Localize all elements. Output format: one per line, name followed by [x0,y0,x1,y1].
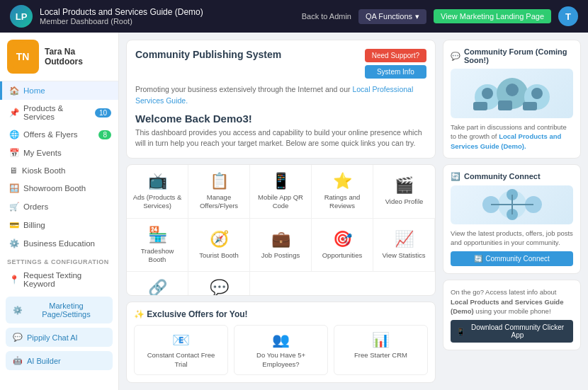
manage-offers-icon: 📋 [210,172,229,190]
ratings-icon: ⭐ [333,172,352,190]
employees-icon: 👥 [272,331,290,348]
app-title: Local Products and Services Guide (Demo) [40,7,203,17]
qa-functions-button[interactable]: QA Functions ▾ [358,9,426,24]
sidebar-label-events: My Events [23,149,62,157]
sidebar-item-showroom[interactable]: 🪟 Showroom Booth [0,179,118,197]
exclusive-item-employees[interactable]: 👥 Do You Have 5+ Employees? [234,325,328,375]
sidebar-logo: TN [7,40,39,74]
stats-icon: 📈 [395,230,414,248]
contact-label: Constant Contact Free Trial [140,351,222,369]
billing-icon: 💳 [9,220,19,230]
publishing-card: Community Publishing System Need Support… [126,40,436,159]
app-logo: LP [10,5,33,28]
sidebar-label-texting: Request Texting Keyword [23,271,111,288]
forum-title: 💬 Community Forum (Coming Soon!) [451,47,573,64]
layout: TN Tara Na Outdoors 🏠 Home 📌 Products & … [0,33,588,390]
publishing-title: Community Publishing System [135,49,281,60]
forum-icon: 💬 [451,52,460,61]
ai-builder-button[interactable]: 🤖 AI Builder [6,351,113,370]
sidebar-item-products[interactable]: 📌 Products & Services 10 [0,100,118,125]
connect-desc: View the latest products, offers, job po… [451,229,573,248]
sidebar-item-kiosk[interactable]: 🖥 Kiosk Booth [0,162,118,179]
welcome-title: Welcome Back Demo3! [135,113,426,125]
sidebar-label-orders: Orders [23,202,48,211]
sidebar-label-products: Products & Services [23,104,95,121]
svg-point-7 [531,88,543,99]
welcome-desc: This dashboard provides you access and c… [135,127,426,150]
products-icon: 📌 [9,108,19,117]
community-connect-button[interactable]: 🔄 Community Connect [451,251,573,266]
sidebar-item-orders[interactable]: 🛒 Orders [0,197,118,216]
sidebar-item-offers[interactable]: 🌐 Offers & Flyers 8 [0,125,118,144]
marketing-settings-button[interactable]: ⚙️ Marketing Page/Settings [6,297,113,323]
svg-rect-10 [523,102,537,110]
quick-link-video[interactable]: 🎬 Video Profile [373,165,435,219]
ai-builder-label: AI Builder [27,357,61,365]
sidebar-label-education: Business Education [23,239,95,248]
main-content: Community Publishing System Need Support… [119,33,588,390]
offers-badge: 8 [98,130,111,139]
pippily-chat-button[interactable]: 💬 Pippily Chat AI [6,328,113,347]
manage-offers-label: Manage Offers/Flyers [193,193,245,211]
sidebar-item-texting[interactable]: 📍 Request Texting Keyword [0,267,118,292]
sysinfo-button[interactable]: System Info [365,65,426,79]
quick-link-opportunities[interactable]: 🎯 Opportunities [312,219,373,273]
quick-link-mobile-app[interactable]: 📱 Mobile App QR Code [250,165,312,219]
sidebar-brand: TN Tara Na Outdoors [0,33,118,81]
app-info: Local Products and Services Guide (Demo)… [40,7,203,25]
events-icon: 📅 [9,148,19,158]
quick-link-manage-offers[interactable]: 📋 Manage Offers/Flyers [188,165,250,219]
quick-link-tradeshow[interactable]: 🏪 Tradeshow Booth [127,219,188,273]
forum-link[interactable]: Local Products and Services Guide (Demo)… [451,132,561,149]
crm-label: Free Starter CRM [354,351,407,360]
stats-label: View Statistics [382,251,425,260]
svg-point-6 [506,84,519,96]
exclusive-item-contact[interactable]: 📧 Constant Contact Free Trial [134,325,228,375]
quick-link-ratings[interactable]: ⭐ Ratings and Reviews [312,165,373,219]
sidebar-item-home[interactable]: 🏠 Home [0,81,118,100]
sidebar-item-events[interactable]: 📅 My Events [0,144,118,162]
tourist-icon: 🧭 [210,230,229,248]
tradeshow-icon: 🏪 [148,226,167,244]
back-admin-button[interactable]: Back to Admin [302,12,351,21]
quick-link-public-links[interactable]: 🔗 Public Links [127,272,188,296]
mobile-app-label: Mobile App QR Code [254,193,307,211]
opportunities-icon: 🎯 [333,230,352,248]
download-label: Download Community Clicker App [468,323,567,339]
support-button[interactable]: Need Support? [365,49,426,62]
services-guide-link[interactable]: Local Professional Services Guide. [135,85,413,105]
marketing-landing-button[interactable]: View Marketing Landing Page [434,9,551,23]
exclusive-item-crm[interactable]: 📊 Free Starter CRM [334,325,428,375]
exclusive-card: ✨ Exclusive Offers for You! 📧 Constant C… [126,302,436,383]
sidebar-brand-name: Tara Na Outdoors [45,47,111,67]
orders-icon: 🛒 [9,202,19,212]
download-app-button[interactable]: 📱 Download Community Clicker App [451,320,573,343]
pippily-label: Pippily Chat AI [27,333,78,342]
app-subtitle: Member Dashboard (Root) [40,17,203,25]
ads-label: Ads (Products & Services) [131,193,183,211]
pippily-icon: 💬 [13,333,23,342]
messages-icon: 💬 [210,279,229,296]
qa-label: QA Functions [366,12,412,21]
svg-rect-9 [498,101,512,110]
quick-links-grid: 📺 Ads (Products & Services) 📋 Manage Off… [127,165,435,296]
connect-title: 🔄 Community Connect [451,172,573,181]
exclusive-grid: 📧 Constant Contact Free Trial 👥 Do You H… [134,325,428,375]
chevron-down-icon: ▾ [415,12,419,21]
connect-btn-label: Community Connect [485,255,550,263]
svg-point-5 [482,88,493,99]
texting-icon: 📍 [9,275,19,285]
quick-link-tourist[interactable]: 🧭 Tourist Booth [188,219,250,273]
sidebar-label-offers: Offers & Flyers [23,130,77,139]
connect-illustration [451,185,573,224]
quick-link-stats[interactable]: 📈 View Statistics [373,219,435,273]
quick-link-messages[interactable]: 💬 Messages [188,272,250,296]
offers-icon: 🌐 [9,130,19,139]
kiosk-icon: 🖥 [9,166,18,175]
sidebar-item-education[interactable]: ⚙️ Business Education [0,234,118,253]
sidebar-item-billing[interactable]: 💳 Billing [0,216,118,234]
quick-link-jobs[interactable]: 💼 Job Postings [250,219,312,273]
quick-link-ads[interactable]: 📺 Ads (Products & Services) [127,165,188,219]
top-nav: LP Local Products and Services Guide (De… [0,0,588,33]
sidebar-label-kiosk: Kiosk Booth [22,166,65,175]
